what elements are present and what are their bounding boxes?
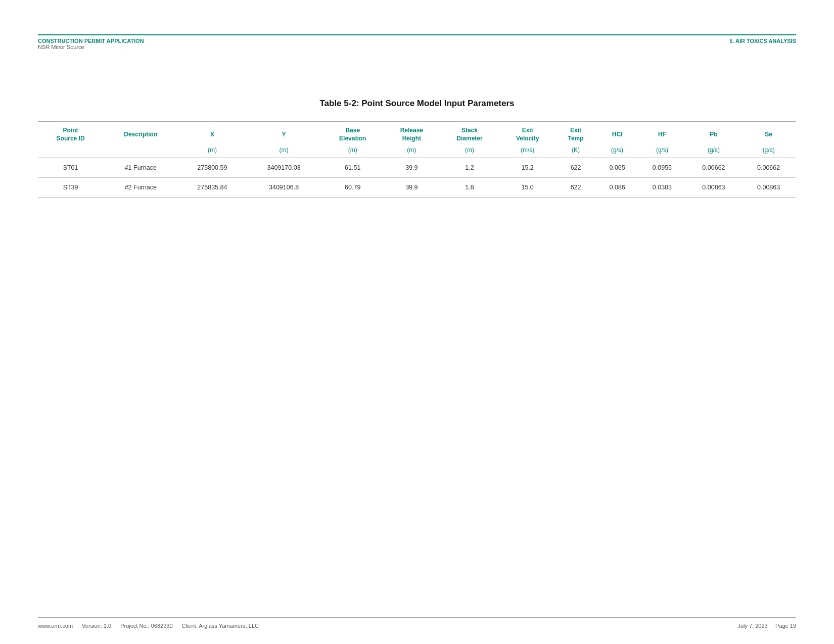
col-header-se: Se bbox=[741, 122, 796, 145]
table-cell-row0-col11: 0.00662 bbox=[686, 158, 742, 178]
unit-description bbox=[103, 144, 178, 158]
footer-date: July 7, 2023 bbox=[737, 623, 767, 629]
table-cell-row0-col4: 61.51 bbox=[321, 158, 384, 178]
header-subtitle: NSR Minor Source bbox=[38, 44, 144, 50]
table-cell-row0-col1: #1 Furnace bbox=[103, 158, 178, 178]
table-row: ST01#1 Furnace275800.593409170.0361.5139… bbox=[38, 158, 796, 178]
unit-se: (g/s) bbox=[741, 144, 796, 158]
col-header-exit-velocity: ExitVelocity bbox=[500, 122, 555, 145]
table-cell-row1-col1: #2 Furnace bbox=[103, 178, 178, 197]
table-cell-row1-col4: 60.79 bbox=[321, 178, 384, 197]
header-title: CONSTRUCTION PERMIT APPLICATION bbox=[38, 38, 144, 44]
table-cell-row0-col0: ST01 bbox=[38, 158, 103, 178]
col-header-point-source-id: PointSource ID bbox=[38, 122, 103, 145]
unit-hcl: (g/s) bbox=[596, 144, 638, 158]
table-cell-row1-col12: 0.00863 bbox=[741, 178, 796, 197]
col-header-pb: Pb bbox=[686, 122, 742, 145]
table-container: PointSource ID Description X Y BaseEleva… bbox=[38, 121, 796, 197]
col-header-stack-diameter: StackDiameter bbox=[439, 122, 500, 145]
header: CONSTRUCTION PERMIT APPLICATION NSR Mino… bbox=[38, 38, 796, 50]
col-header-description: Description bbox=[103, 122, 178, 145]
table-cell-row0-col12: 0.00662 bbox=[741, 158, 796, 178]
table-cell-row0-col7: 15.2 bbox=[500, 158, 555, 178]
col-header-hf: HF bbox=[638, 122, 686, 145]
table-units-row: (m) (m) (m) (m) (m) (m/s) (K) (g/s) (g/s… bbox=[38, 144, 796, 158]
table-cell-row0-col6: 1.2 bbox=[439, 158, 500, 178]
table-cell-row0-col2: 275800.59 bbox=[178, 158, 246, 178]
unit-hf: (g/s) bbox=[638, 144, 686, 158]
footer-left: www.erm.com Version: 1.0 Project No.: 06… bbox=[38, 623, 259, 629]
unit-release-height: (m) bbox=[384, 144, 439, 158]
table-cell-row0-col9: 0.065 bbox=[596, 158, 638, 178]
unit-y: (m) bbox=[246, 144, 321, 158]
table-cell-row1-col8: 622 bbox=[555, 178, 596, 197]
data-table: PointSource ID Description X Y BaseEleva… bbox=[38, 121, 796, 197]
table-cell-row1-col9: 0.086 bbox=[596, 178, 638, 197]
unit-pb: (g/s) bbox=[686, 144, 742, 158]
table-cell-row1-col10: 0.0383 bbox=[638, 178, 686, 197]
table-cell-row0-col10: 0.0955 bbox=[638, 158, 686, 178]
unit-stack-diameter: (m) bbox=[439, 144, 500, 158]
footer-client: Client: Arglass Yamamura, LLC bbox=[182, 623, 259, 629]
unit-exit-temp: (K) bbox=[555, 144, 596, 158]
table-header-row: PointSource ID Description X Y BaseEleva… bbox=[38, 122, 796, 145]
col-header-y: Y bbox=[246, 122, 321, 145]
footer-version: Version: 1.0 bbox=[82, 623, 111, 629]
header-right: 5. AIR TOXICS ANALYSIS bbox=[729, 38, 796, 44]
table-title: Table 5-2: Point Source Model Input Para… bbox=[38, 98, 796, 109]
top-border bbox=[38, 34, 796, 35]
table-cell-row0-col5: 39.9 bbox=[384, 158, 439, 178]
col-header-release-height: ReleaseHeight bbox=[384, 122, 439, 145]
unit-x: (m) bbox=[178, 144, 246, 158]
footer-website: www.erm.com bbox=[38, 623, 73, 629]
table-cell-row1-col3: 3409106.8 bbox=[246, 178, 321, 197]
footer: www.erm.com Version: 1.0 Project No.: 06… bbox=[38, 623, 796, 629]
footer-project: Project No.: 0682930 bbox=[120, 623, 172, 629]
unit-exit-velocity: (m/s) bbox=[500, 144, 555, 158]
table-row: ST39#2 Furnace275835.843409106.860.7939.… bbox=[38, 178, 796, 197]
table-cell-row1-col2: 275835.84 bbox=[178, 178, 246, 197]
col-header-base-elevation: BaseElevation bbox=[321, 122, 384, 145]
table-cell-row0-col3: 3409170.03 bbox=[246, 158, 321, 178]
footer-right: July 7, 2023 Page 19 bbox=[737, 623, 796, 629]
unit-base-elevation: (m) bbox=[321, 144, 384, 158]
footer-page: Page 19 bbox=[775, 623, 796, 629]
unit-point-source-id bbox=[38, 144, 103, 158]
table-cell-row1-col7: 15.0 bbox=[500, 178, 555, 197]
footer-border bbox=[38, 617, 796, 618]
table-cell-row1-col0: ST39 bbox=[38, 178, 103, 197]
col-header-x: X bbox=[178, 122, 246, 145]
col-header-exit-temp: ExitTemp bbox=[555, 122, 596, 145]
table-cell-row1-col6: 1.8 bbox=[439, 178, 500, 197]
header-left: CONSTRUCTION PERMIT APPLICATION NSR Mino… bbox=[38, 38, 144, 50]
table-cell-row0-col8: 622 bbox=[555, 158, 596, 178]
table-cell-row1-col11: 0.00863 bbox=[686, 178, 742, 197]
table-body: ST01#1 Furnace275800.593409170.0361.5139… bbox=[38, 158, 796, 197]
col-header-hcl: HCl bbox=[596, 122, 638, 145]
table-cell-row1-col5: 39.9 bbox=[384, 178, 439, 197]
